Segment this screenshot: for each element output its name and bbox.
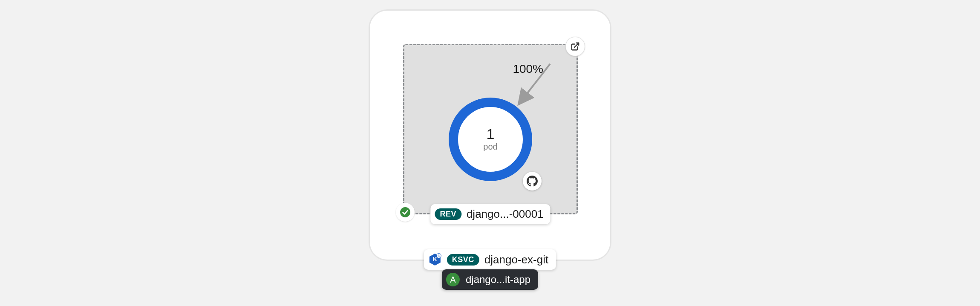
revision-group[interactable]: 100% 1 pod <box>403 44 578 214</box>
svg-point-2 <box>400 207 410 217</box>
revision-name: django...-00001 <box>467 208 544 221</box>
pod-ring: 1 pod <box>449 98 532 181</box>
open-url-button[interactable] <box>565 37 585 56</box>
ksvc-name: django-ex-git <box>484 253 548 266</box>
knative-icon: K ® <box>428 253 442 266</box>
application-badge: A <box>446 273 460 286</box>
github-icon[interactable] <box>523 172 542 191</box>
revision-badge: REV <box>435 208 461 220</box>
knative-service-chip[interactable]: K ® KSVC django-ex-git <box>424 249 556 270</box>
revision-chip[interactable]: REV django...-00001 <box>430 204 550 224</box>
pod-donut[interactable]: 1 pod <box>449 98 532 181</box>
ksvc-badge: KSVC <box>447 254 479 266</box>
pod-count: 1 <box>487 127 495 141</box>
pod-label: pod <box>483 142 497 152</box>
svg-text:®: ® <box>438 254 440 257</box>
knative-service-group[interactable]: 100% 1 pod <box>369 9 611 261</box>
svg-line-1 <box>574 43 579 47</box>
application-chip[interactable]: A django...it-app <box>442 269 538 290</box>
topology-stage: 100% 1 pod <box>362 0 618 306</box>
status-check-icon <box>396 203 415 222</box>
traffic-percent: 100% <box>513 62 543 76</box>
application-name: django...it-app <box>466 274 530 286</box>
